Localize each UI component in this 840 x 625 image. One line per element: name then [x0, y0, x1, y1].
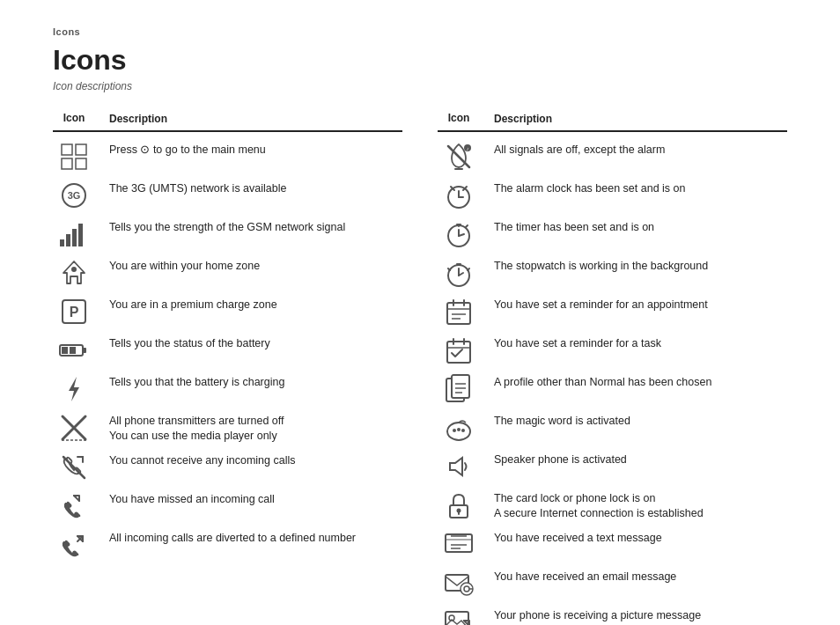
list-item: All phone transmitters are turned offYou…	[53, 412, 402, 445]
svg-point-66	[461, 429, 465, 432]
row-desc: Tells you the strength of the GSM networ…	[109, 218, 402, 236]
right-column: Icon Description ♪ All signals are off, …	[438, 110, 787, 625]
row-desc: All incoming calls are diverted to a def…	[109, 529, 402, 547]
left-header-icon: Icon	[53, 110, 95, 127]
row-desc: The timer has been set and is on	[494, 218, 787, 236]
svg-marker-18	[69, 377, 79, 401]
list-item: The timer has been set and is on	[438, 218, 787, 250]
list-item: ♪ All signals are off, except the alarm	[438, 141, 787, 173]
list-item: Tells you that the battery is charging	[53, 373, 402, 405]
svg-rect-6	[60, 239, 64, 246]
list-item: Your phone is receiving a picture messag…	[438, 607, 787, 625]
row-desc: Press ⊙ to go to the main menu	[109, 141, 402, 158]
magic-word-icon	[438, 412, 480, 444]
list-item: You have set a reminder for a task	[438, 335, 787, 366]
row-desc: The stopwatch is working in the backgrou…	[494, 257, 787, 275]
list-item: The card lock or phone lock is onA secur…	[438, 489, 787, 522]
row-desc: You have missed an incoming call	[109, 490, 402, 508]
svg-rect-48	[447, 303, 470, 324]
row-desc: Tells you the status of the battery	[109, 335, 402, 352]
3g-icon: 3G	[53, 180, 95, 211]
speakerphone-icon	[438, 451, 480, 482]
row-desc: A profile other than Normal has been cho…	[494, 373, 787, 391]
left-header-desc: Description	[109, 110, 402, 127]
list-item: 3G The 3G (UMTS) network is available	[53, 180, 402, 211]
list-item: You have set a reminder for an appointme…	[438, 296, 787, 327]
svg-rect-3	[76, 158, 86, 169]
page-subtitle: Icon descriptions	[53, 80, 787, 92]
row-desc: You are within your home zone	[109, 257, 402, 275]
svg-rect-16	[62, 347, 68, 354]
left-column: Icon Description Press ⊙ to go to the ma…	[53, 110, 402, 568]
battery-icon	[53, 335, 95, 366]
svg-marker-10	[63, 261, 85, 283]
list-item: All incoming calls are diverted to a def…	[53, 529, 402, 561]
row-desc: All phone transmitters are turned offYou…	[109, 412, 402, 445]
svg-line-40	[466, 225, 468, 227]
list-item: The magic word is activated	[438, 412, 787, 444]
list-item: You cannot receive any incoming calls	[53, 452, 402, 483]
svg-rect-59	[452, 375, 469, 398]
row-desc: You cannot receive any incoming calls	[109, 452, 402, 469]
svg-rect-8	[72, 229, 77, 246]
list-item: P You are in a premium charge zone	[53, 296, 402, 327]
svg-line-46	[448, 268, 450, 270]
lock-icon	[438, 489, 480, 521]
list-item: A profile other than Normal has been cho…	[438, 373, 787, 405]
list-item: Speaker phone is activated	[438, 451, 787, 482]
divert-icon	[53, 529, 95, 561]
svg-point-65	[457, 428, 461, 431]
svg-text:3G: 3G	[68, 190, 81, 201]
list-item: The stopwatch is working in the backgrou…	[438, 257, 787, 289]
missed-call-icon	[53, 490, 95, 522]
email-icon	[438, 568, 480, 599]
svg-rect-0	[62, 144, 72, 155]
row-desc: Your phone is receiving a picture messag…	[494, 607, 787, 624]
grid-icon	[53, 141, 95, 173]
charging-icon	[53, 373, 95, 405]
list-item: Press ⊙ to go to the main menu	[53, 141, 402, 173]
stopwatch-icon	[438, 257, 480, 289]
page-title: Icons	[53, 44, 787, 77]
appointment-icon	[438, 296, 480, 327]
svg-rect-7	[66, 234, 70, 246]
list-item: You have received an email message	[438, 568, 787, 599]
svg-rect-9	[78, 224, 83, 246]
right-header-icon: Icon	[438, 110, 480, 127]
svg-text:♪: ♪	[467, 146, 469, 151]
row-desc: The card lock or phone lock is onA secur…	[494, 489, 787, 522]
row-desc: You are in a premium charge zone	[109, 296, 402, 313]
svg-point-11	[71, 267, 77, 272]
svg-text:P: P	[70, 305, 79, 320]
list-item: Tells you the status of the battery	[53, 335, 402, 366]
right-header-desc: Description	[494, 110, 787, 127]
list-item: You have received a text message	[438, 529, 787, 561]
timer-icon	[438, 218, 480, 250]
picture-message-icon	[438, 607, 480, 625]
svg-rect-2	[62, 158, 72, 169]
list-item: The alarm clock has been set and is on	[438, 180, 787, 211]
list-item: You have missed an incoming call	[53, 490, 402, 522]
row-desc: Tells you that the battery is charging	[109, 373, 402, 391]
row-desc: You have set a reminder for an appointme…	[494, 296, 787, 313]
list-item: You are within your home zone	[53, 257, 402, 289]
silent-icon: ♪	[438, 141, 480, 173]
home-icon	[53, 257, 95, 289]
svg-rect-15	[83, 348, 86, 353]
row-desc: The magic word is activated	[494, 412, 787, 430]
profile-icon	[438, 373, 480, 405]
svg-line-47	[468, 268, 469, 270]
svg-marker-67	[450, 458, 462, 475]
row-desc: You have received a text message	[494, 529, 787, 547]
page-section-label: Icons	[53, 26, 787, 37]
list-item: Tells you the strength of the GSM networ…	[53, 218, 402, 250]
row-desc: Speaker phone is activated	[494, 451, 787, 468]
signal-icon	[53, 218, 95, 250]
row-desc: All signals are off, except the alarm	[494, 141, 787, 158]
sms-icon	[438, 529, 480, 561]
parking-icon: P	[53, 296, 95, 327]
row-desc: You have received an email message	[494, 568, 787, 585]
svg-rect-71	[446, 534, 472, 552]
svg-point-64	[453, 429, 456, 432]
alarm-icon	[438, 180, 480, 211]
